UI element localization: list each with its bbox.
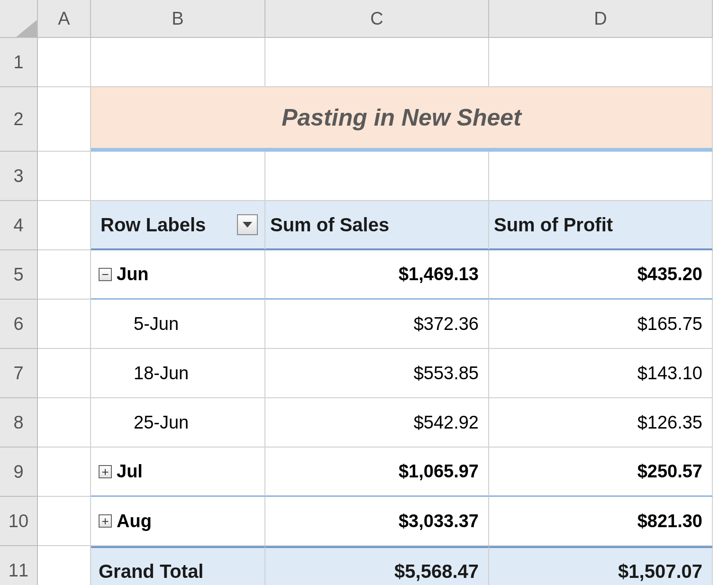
pivot-group-jul[interactable]: + Jul <box>91 448 265 497</box>
expand-icon[interactable]: + <box>99 465 112 478</box>
pivot-item-25jun[interactable]: 25-Jun <box>91 398 265 448</box>
pivot-18jun-profit[interactable]: $143.10 <box>489 349 713 398</box>
chevron-down-icon <box>242 221 253 229</box>
title-cell[interactable]: Pasting in New Sheet <box>91 87 713 152</box>
row-header-3[interactable]: 3 <box>0 152 38 201</box>
pivot-header-sum-sales[interactable]: Sum of Sales <box>265 201 489 250</box>
pivot-5jun-sales[interactable]: $372.36 <box>265 300 489 349</box>
pivot-18jun-sales[interactable]: $553.85 <box>265 349 489 398</box>
cell-A10[interactable] <box>38 497 91 546</box>
row-header-4[interactable]: 4 <box>0 201 38 250</box>
select-all-corner[interactable] <box>0 0 38 38</box>
cell-A3[interactable] <box>38 152 91 201</box>
cell-A1[interactable] <box>38 38 91 87</box>
pivot-grand-total-label[interactable]: Grand Total <box>91 546 265 585</box>
col-header-D[interactable]: D <box>489 0 713 38</box>
row-header-8[interactable]: 8 <box>0 398 38 448</box>
group-label: Aug <box>117 511 152 531</box>
pivot-jun-profit[interactable]: $435.20 <box>489 250 713 300</box>
pivot-item-5jun[interactable]: 5-Jun <box>91 300 265 349</box>
cell-A8[interactable] <box>38 398 91 448</box>
row-labels-text: Row Labels <box>100 214 206 236</box>
cell-C3[interactable] <box>265 152 489 201</box>
pivot-25jun-profit[interactable]: $126.35 <box>489 398 713 448</box>
pivot-25jun-sales[interactable]: $542.92 <box>265 398 489 448</box>
row-header-1[interactable]: 1 <box>0 38 38 87</box>
cell-A5[interactable] <box>38 250 91 300</box>
pivot-group-jun[interactable]: − Jun <box>91 250 265 300</box>
row-header-10[interactable]: 10 <box>0 497 38 546</box>
cell-A11[interactable] <box>38 546 91 585</box>
filter-dropdown-button[interactable] <box>237 214 258 235</box>
pivot-aug-sales[interactable]: $3,033.37 <box>265 497 489 546</box>
cell-B3[interactable] <box>91 152 265 201</box>
pivot-5jun-profit[interactable]: $165.75 <box>489 300 713 349</box>
pivot-group-aug[interactable]: + Aug <box>91 497 265 546</box>
group-label: Jun <box>117 264 149 284</box>
cell-B1[interactable] <box>91 38 265 87</box>
pivot-item-18jun[interactable]: 18-Jun <box>91 349 265 398</box>
pivot-header-row-labels[interactable]: Row Labels <box>91 201 265 250</box>
col-header-A[interactable]: A <box>38 0 91 38</box>
pivot-jul-profit[interactable]: $250.57 <box>489 448 713 497</box>
row-header-6[interactable]: 6 <box>0 300 38 349</box>
cell-D1[interactable] <box>489 38 713 87</box>
col-header-B[interactable]: B <box>91 0 265 38</box>
spreadsheet-grid: A B C D 1 2 Pasting in New Sheet 3 4 Row… <box>0 0 728 585</box>
group-label: Jul <box>117 461 143 482</box>
row-header-9[interactable]: 9 <box>0 448 38 497</box>
pivot-grand-total-sales[interactable]: $5,568.47 <box>265 546 489 585</box>
cell-C1[interactable] <box>265 38 489 87</box>
col-header-C[interactable]: C <box>265 0 489 38</box>
row-header-11[interactable]: 11 <box>0 546 38 585</box>
cell-D3[interactable] <box>489 152 713 201</box>
row-header-5[interactable]: 5 <box>0 250 38 300</box>
pivot-aug-profit[interactable]: $821.30 <box>489 497 713 546</box>
pivot-jun-sales[interactable]: $1,469.13 <box>265 250 489 300</box>
pivot-jul-sales[interactable]: $1,065.97 <box>265 448 489 497</box>
cell-A2[interactable] <box>38 87 91 152</box>
collapse-icon[interactable]: − <box>99 268 112 281</box>
cell-A7[interactable] <box>38 349 91 398</box>
row-header-2[interactable]: 2 <box>0 87 38 152</box>
cell-A4[interactable] <box>38 201 91 250</box>
pivot-grand-total-profit[interactable]: $1,507.07 <box>489 546 713 585</box>
cell-A6[interactable] <box>38 300 91 349</box>
expand-icon[interactable]: + <box>99 514 112 528</box>
pivot-header-sum-profit[interactable]: Sum of Profit <box>489 201 713 250</box>
row-header-7[interactable]: 7 <box>0 349 38 398</box>
cell-A9[interactable] <box>38 448 91 497</box>
